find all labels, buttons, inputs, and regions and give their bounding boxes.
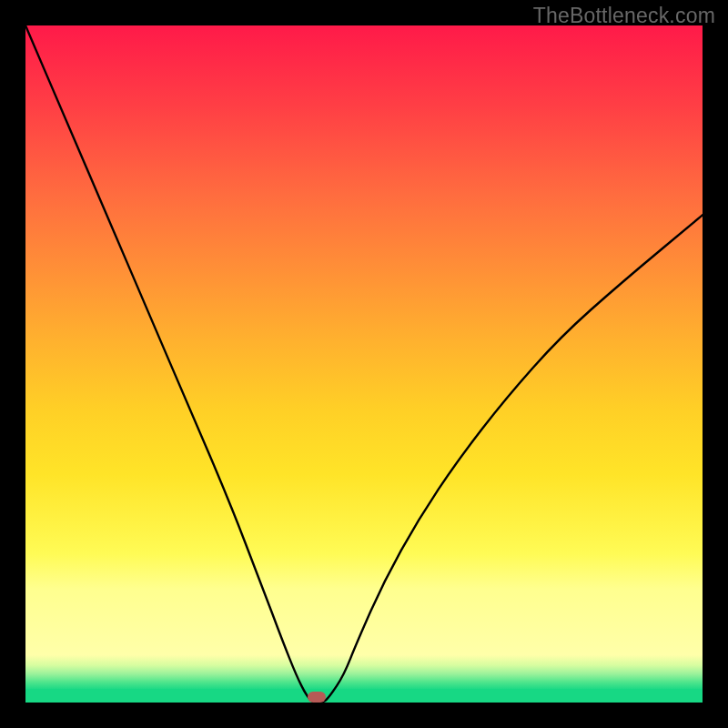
chart-frame: TheBottleneck.com: [0, 0, 728, 728]
watermark-text: TheBottleneck.com: [533, 4, 715, 28]
optimal-marker: [308, 692, 326, 703]
bottleneck-curve: [25, 25, 703, 703]
plot-area: [25, 25, 703, 703]
